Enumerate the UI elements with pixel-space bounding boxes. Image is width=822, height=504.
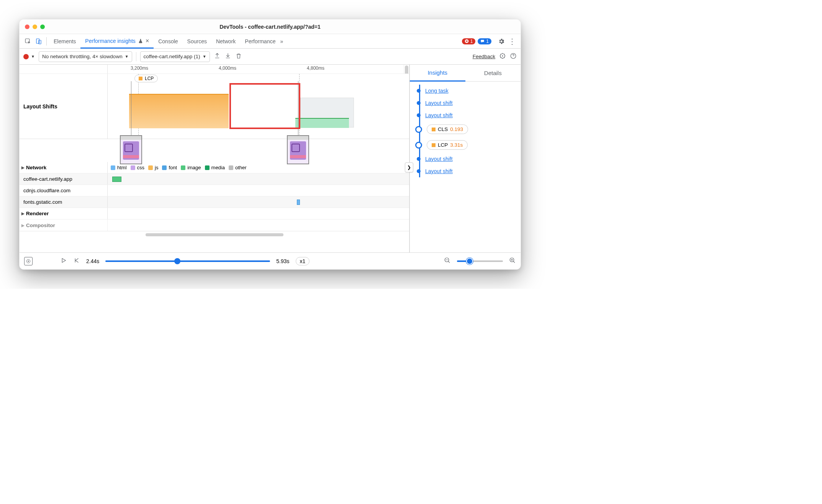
svg-rect-4 xyxy=(481,40,484,42)
close-tab-icon[interactable]: × xyxy=(146,38,149,44)
tab-console[interactable]: Console xyxy=(154,34,182,48)
minimize-window-button[interactable] xyxy=(33,25,37,29)
timeline-chart[interactable] xyxy=(108,74,409,139)
zoom-in-icon[interactable] xyxy=(509,257,516,265)
go-to-start-button[interactable] xyxy=(73,257,80,265)
timeline-block-green[interactable] xyxy=(295,118,349,128)
time-ruler[interactable]: 3,200ms 4,000ms 4,800ms xyxy=(108,65,409,74)
tab-performance[interactable]: Performance xyxy=(240,34,280,48)
selection-highlight xyxy=(229,83,300,129)
row-header-compositor[interactable]: ▶Compositor xyxy=(20,219,108,231)
insight-layout-shift[interactable]: Layout shift xyxy=(425,112,453,118)
ruler-tick: 4,800ms xyxy=(307,65,324,71)
throttling-label: No network throttling, 4× slowdown xyxy=(42,54,123,59)
timeline-main: 3,200ms 4,000ms 4,800ms LCP Layout Shift… xyxy=(20,65,409,252)
window-title: DevTools - coffee-cart.netlify.app/?ad=1 xyxy=(20,24,521,30)
cls-color-icon xyxy=(432,128,436,131)
side-tab-details[interactable]: Details xyxy=(465,65,521,81)
network-legend: html css js font image media other xyxy=(108,162,409,173)
insight-layout-shift[interactable]: Layout shift xyxy=(425,100,453,106)
tab-performance-insights[interactable]: Performance insights × xyxy=(80,34,154,49)
tab-sources[interactable]: Sources xyxy=(183,34,211,48)
time-end: 5.93s xyxy=(276,258,289,264)
screenshot-thumbnail[interactable] xyxy=(120,135,142,164)
message-count-badge[interactable]: 1 xyxy=(478,38,491,44)
help-icon[interactable] xyxy=(510,52,517,61)
tab-performance-insights-label: Performance insights xyxy=(85,38,136,44)
ruler-tick: 3,200ms xyxy=(131,65,148,71)
lcp-color-icon xyxy=(432,143,436,147)
insight-lcp-pill[interactable]: LCP 3.31s xyxy=(427,140,468,150)
lcp-color-icon xyxy=(139,77,142,80)
inspect-element-icon[interactable] xyxy=(23,36,33,47)
lcp-marker-pill[interactable]: LCP xyxy=(134,75,158,82)
device-toggle-icon[interactable] xyxy=(33,36,44,47)
kebab-menu-icon[interactable]: ⋮ xyxy=(507,36,517,47)
window-titlebar: DevTools - coffee-cart.netlify.app/?ad=1 xyxy=(20,20,521,34)
play-button[interactable] xyxy=(60,257,67,265)
svg-point-6 xyxy=(502,56,503,57)
insight-layout-shift[interactable]: Layout shift xyxy=(425,168,453,174)
record-icon xyxy=(23,54,29,59)
recording-dropdown[interactable]: coffee-cart.netlify.app (1) ▼ xyxy=(140,51,210,62)
tab-elements[interactable]: Elements xyxy=(49,34,80,48)
insight-layout-shift[interactable]: Layout shift xyxy=(425,156,453,162)
insights-side-panel: ❯ Insights Details Long task Layout shif… xyxy=(409,65,521,252)
horizontal-scrollbar[interactable] xyxy=(20,231,409,238)
screenshot-thumbnail[interactable] xyxy=(287,135,309,164)
timeline-block-lcp[interactable] xyxy=(129,94,229,128)
message-icon xyxy=(480,39,485,43)
row-header-network[interactable]: ▶Network xyxy=(20,162,108,173)
panel-settings-icon[interactable] xyxy=(499,52,506,61)
insight-long-task[interactable]: Long task xyxy=(425,88,449,94)
zoom-out-icon[interactable] xyxy=(444,257,451,265)
playback-speed[interactable]: x1 xyxy=(296,257,310,265)
settings-icon[interactable] xyxy=(496,36,507,47)
recording-label: coffee-cart.netlify.app (1) xyxy=(144,54,200,59)
lcp-value: 3.31s xyxy=(450,142,463,148)
svg-point-9 xyxy=(28,260,29,261)
side-tab-insights[interactable]: Insights xyxy=(410,65,465,82)
network-host-row[interactable]: coffee-cart.netlify.app xyxy=(20,173,108,185)
maximize-window-button[interactable] xyxy=(40,25,45,29)
error-count-badge[interactable]: 1 xyxy=(462,38,476,44)
insight-cls-pill[interactable]: CLS 0.193 xyxy=(427,124,468,134)
ruler-tick: 4,000ms xyxy=(219,65,236,71)
error-icon xyxy=(465,39,469,43)
collapse-panel-icon[interactable]: ❯ xyxy=(405,162,413,172)
insights-toolbar: ▼ No network throttling, 4× slowdown ▼ c… xyxy=(20,49,521,65)
time-start: 2.44s xyxy=(86,258,99,264)
flask-icon xyxy=(138,38,143,44)
network-request-block[interactable] xyxy=(297,200,300,205)
playback-footer: 2.44s 5.93s x1 xyxy=(20,252,521,269)
devtools-tabbar: Elements Performance insights × Console … xyxy=(20,34,521,49)
tab-network[interactable]: Network xyxy=(211,34,240,48)
network-host-row[interactable]: cdnjs.cloudflare.com xyxy=(20,185,108,196)
row-header-renderer[interactable]: ▶Renderer xyxy=(20,208,108,219)
network-host-row[interactable]: fonts.gstatic.com xyxy=(20,196,108,208)
throttling-dropdown[interactable]: No network throttling, 4× slowdown ▼ xyxy=(39,51,132,62)
import-icon[interactable] xyxy=(224,52,231,61)
close-window-button[interactable] xyxy=(25,25,29,29)
zoom-slider[interactable] xyxy=(457,260,503,262)
delete-icon[interactable] xyxy=(235,52,242,61)
time-slider[interactable] xyxy=(105,260,270,262)
cls-value: 0.193 xyxy=(450,126,463,132)
feedback-link[interactable]: Feedback xyxy=(473,54,495,59)
more-tabs-button[interactable]: » xyxy=(280,38,283,44)
export-icon[interactable] xyxy=(214,52,221,61)
network-request-block[interactable] xyxy=(112,177,121,182)
record-button[interactable]: ▼ xyxy=(23,54,35,59)
row-label-layout-shifts: Layout Shifts xyxy=(20,74,108,139)
toggle-screenshot-icon[interactable] xyxy=(24,257,33,265)
